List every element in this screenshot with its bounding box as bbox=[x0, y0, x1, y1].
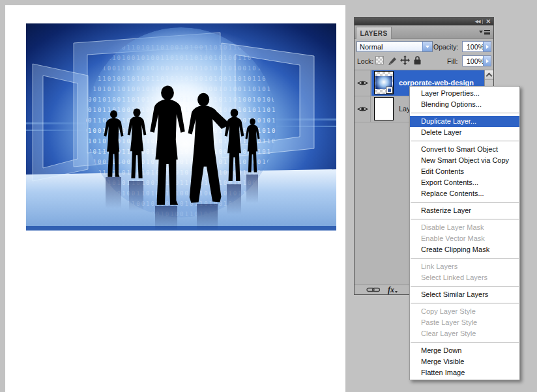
application-window: 1011010010100110101101001010011010110100… bbox=[0, 0, 537, 392]
blend-mode-value: Normal bbox=[360, 43, 383, 51]
menu-item-new-smart-object-via-copy[interactable]: New Smart Object via Copy bbox=[410, 155, 519, 166]
menu-item-convert-to-smart-object[interactable]: Convert to Smart Object bbox=[410, 144, 519, 155]
tab-layers[interactable]: LAYERS bbox=[356, 27, 392, 39]
menu-item-select-similar-layers[interactable]: Select Similar Layers bbox=[410, 289, 519, 300]
fill-field[interactable]: 100% bbox=[462, 55, 491, 66]
menu-item-disable-layer-mask: Disable Layer Mask bbox=[410, 222, 519, 233]
menu-item-copy-layer-style: Copy Layer Style bbox=[410, 306, 519, 317]
scroll-up-icon[interactable] bbox=[485, 70, 493, 80]
visibility-eye-icon[interactable] bbox=[355, 96, 371, 122]
menu-item-edit-contents[interactable]: Edit Contents bbox=[410, 166, 519, 177]
menu-separator bbox=[411, 202, 519, 203]
menu-item-delete-layer[interactable]: Delete Layer bbox=[410, 127, 519, 138]
menu-item-duplicate-layer[interactable]: Duplicate Layer... bbox=[410, 116, 519, 127]
layer-style-fx-icon[interactable]: fx bbox=[388, 286, 398, 294]
fill-label: Fill: bbox=[447, 57, 457, 65]
menu-separator bbox=[411, 342, 519, 343]
canvas-image[interactable]: 1011010010100110101101001010011010110100… bbox=[26, 23, 336, 231]
menu-separator bbox=[411, 303, 519, 303]
menu-separator bbox=[411, 113, 519, 113]
menu-item-merge-visible[interactable]: Merge Visible bbox=[410, 356, 519, 367]
lock-transparency-icon[interactable] bbox=[375, 56, 384, 64]
fill-arrow-icon[interactable] bbox=[483, 56, 491, 66]
menu-item-layer-properties[interactable]: Layer Properties... bbox=[410, 88, 519, 99]
menu-item-blending-options[interactable]: Blending Options... bbox=[410, 99, 519, 110]
link-layers-icon[interactable] bbox=[366, 287, 381, 293]
layer-context-menu: Layer Properties...Blending Options...Du… bbox=[409, 86, 520, 380]
fill-value: 100% bbox=[467, 57, 484, 65]
menu-item-clear-layer-style: Clear Layer Style bbox=[410, 328, 519, 339]
menu-item-create-clipping-mask[interactable]: Create Clipping Mask bbox=[410, 244, 519, 255]
menu-separator bbox=[411, 286, 519, 287]
menu-item-export-contents[interactable]: Export Contents... bbox=[410, 177, 519, 188]
opacity-label: Opacity: bbox=[433, 43, 459, 51]
opacity-value: 100% bbox=[467, 43, 484, 51]
menu-item-select-linked-layers: Select Linked Layers bbox=[410, 272, 519, 283]
chevron-down-icon[interactable] bbox=[422, 42, 432, 51]
smart-object-badge-icon bbox=[386, 87, 393, 94]
blend-mode-select[interactable]: Normal bbox=[356, 41, 433, 52]
menu-item-enable-vector-mask: Enable Vector Mask bbox=[410, 233, 519, 244]
visibility-eye-icon[interactable] bbox=[355, 70, 371, 96]
menu-separator bbox=[411, 141, 519, 141]
panel-menu-icon[interactable] bbox=[479, 29, 490, 35]
menu-item-rasterize-layer[interactable]: Rasterize Layer bbox=[410, 205, 519, 216]
layer-thumbnail[interactable] bbox=[374, 97, 394, 120]
lock-all-padlock-icon[interactable] bbox=[413, 55, 422, 65]
menu-item-paste-layer-style: Paste Layer Style bbox=[410, 317, 519, 328]
menu-item-replace-contents[interactable]: Replace Contents... bbox=[410, 188, 519, 199]
menu-item-link-layers: Link Layers bbox=[410, 261, 519, 272]
layer-thumbnail[interactable] bbox=[374, 71, 394, 94]
opacity-field[interactable]: 100% bbox=[462, 41, 491, 52]
dock-divider bbox=[482, 20, 483, 24]
menu-item-merge-down[interactable]: Merge Down bbox=[410, 345, 519, 356]
document-canvas-area: 1011010010100110101101001010011010110100… bbox=[5, 5, 345, 392]
lock-position-move-icon[interactable] bbox=[400, 55, 410, 65]
panel-tab-bar: LAYERS bbox=[355, 25, 493, 39]
menu-separator bbox=[411, 219, 519, 219]
collapse-to-icons-icon[interactable]: ◀◀ bbox=[474, 20, 480, 24]
dock-header: ◀◀ ✕ bbox=[355, 18, 493, 25]
opacity-arrow-icon[interactable] bbox=[483, 42, 491, 51]
close-panel-icon[interactable]: ✕ bbox=[486, 19, 491, 25]
lock-paint-brush-icon[interactable] bbox=[388, 55, 398, 66]
lock-label: Lock: bbox=[357, 57, 373, 65]
center-glow bbox=[100, 80, 272, 208]
menu-item-flatten-image[interactable]: Flatten Image bbox=[410, 367, 519, 378]
menu-separator bbox=[411, 258, 519, 259]
